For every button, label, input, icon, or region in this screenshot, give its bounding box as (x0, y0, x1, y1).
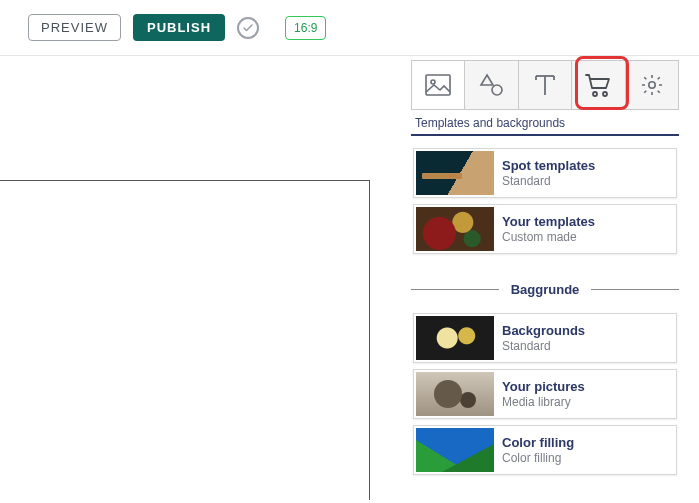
topbar: PREVIEW PUBLISH 16:9 (0, 0, 699, 56)
shapes-icon (479, 73, 505, 97)
thumb-your-pictures (416, 372, 494, 416)
card-sub: Custom made (502, 230, 595, 244)
card-sub: Media library (502, 395, 585, 409)
cart-icon (584, 73, 612, 97)
thumb-spot-templates (416, 151, 494, 195)
card-backgrounds[interactable]: Backgrounds Standard (413, 313, 677, 363)
tab-shapes[interactable] (465, 61, 518, 109)
thumb-color-filling (416, 428, 494, 472)
svg-point-9 (603, 92, 607, 96)
card-your-pictures[interactable]: Your pictures Media library (413, 369, 677, 419)
gear-icon (640, 73, 664, 97)
card-title: Your templates (502, 214, 595, 230)
image-icon (425, 74, 451, 96)
tab-cart[interactable] (572, 61, 625, 109)
section-divider-backgrounds: Baggrunde (411, 282, 679, 297)
card-your-templates[interactable]: Your templates Custom made (413, 204, 677, 254)
svg-point-8 (593, 92, 597, 96)
svg-marker-2 (481, 75, 493, 85)
svg-point-3 (492, 85, 502, 95)
card-title: Color filling (502, 435, 574, 451)
background-list: Backgrounds Standard Your pictures Media… (411, 301, 679, 493)
aspect-ratio-badge[interactable]: 16:9 (285, 16, 326, 40)
panel-title: Templates and backgrounds (411, 110, 679, 136)
thumb-backgrounds (416, 316, 494, 360)
card-spot-templates[interactable]: Spot templates Standard (413, 148, 677, 198)
card-sub: Color filling (502, 451, 574, 465)
card-title: Backgrounds (502, 323, 585, 339)
svg-rect-0 (426, 75, 450, 95)
canvas[interactable] (0, 180, 370, 500)
template-list: Spot templates Standard Your templates C… (411, 136, 679, 272)
card-title: Your pictures (502, 379, 585, 395)
tab-settings[interactable] (626, 61, 678, 109)
tab-text[interactable] (519, 61, 572, 109)
card-color-filling[interactable]: Color filling Color filling (413, 425, 677, 475)
side-panel: Templates and backgrounds Spot templates… (411, 60, 679, 493)
svg-point-10 (649, 82, 655, 88)
tab-image[interactable] (412, 61, 465, 109)
section-label: Baggrunde (499, 282, 592, 297)
card-sub: Standard (502, 174, 595, 188)
card-title: Spot templates (502, 158, 595, 174)
approve-icon[interactable] (237, 17, 259, 39)
tool-tabs (411, 60, 679, 110)
svg-point-1 (431, 80, 435, 84)
publish-button[interactable]: PUBLISH (133, 14, 225, 41)
thumb-your-templates (416, 207, 494, 251)
preview-button[interactable]: PREVIEW (28, 14, 121, 41)
card-sub: Standard (502, 339, 585, 353)
text-icon (534, 73, 556, 97)
